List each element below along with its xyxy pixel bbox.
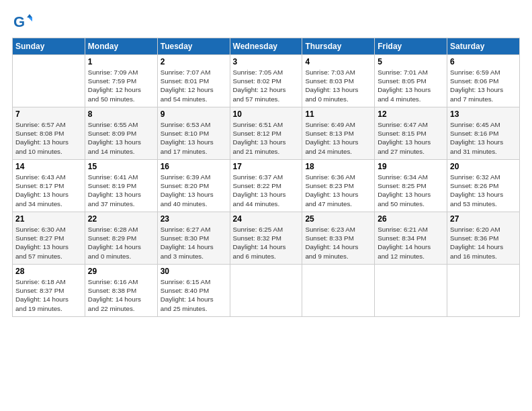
header: G [12, 12, 520, 32]
calendar-cell: 11Sunrise: 6:49 AM Sunset: 8:13 PM Dayli… [302, 107, 375, 160]
calendar-cell: 3Sunrise: 7:05 AM Sunset: 8:02 PM Daylig… [230, 55, 302, 107]
day-number: 17 [233, 162, 300, 171]
week-row-3: 14Sunrise: 6:43 AM Sunset: 8:17 PM Dayli… [13, 160, 520, 212]
header-row: SundayMondayTuesdayWednesdayThursdayFrid… [13, 38, 520, 55]
day-info: Sunrise: 6:23 AM Sunset: 8:33 PM Dayligh… [305, 225, 371, 261]
calendar-cell: 12Sunrise: 6:47 AM Sunset: 8:15 PM Dayli… [375, 107, 447, 160]
day-header-wednesday: Wednesday [230, 38, 302, 55]
day-info: Sunrise: 6:36 AM Sunset: 8:23 PM Dayligh… [305, 173, 371, 208]
day-info: Sunrise: 7:01 AM Sunset: 8:05 PM Dayligh… [378, 68, 444, 103]
day-info: Sunrise: 6:32 AM Sunset: 8:26 PM Dayligh… [450, 173, 517, 208]
day-number: 9 [161, 109, 227, 119]
calendar-cell: 22Sunrise: 6:28 AM Sunset: 8:29 PM Dayli… [85, 212, 157, 265]
day-number: 2 [161, 57, 227, 66]
calendar-cell [230, 265, 302, 317]
day-number: 21 [15, 214, 82, 224]
calendar-cell: 2Sunrise: 7:07 AM Sunset: 8:01 PM Daylig… [157, 55, 230, 107]
day-info: Sunrise: 6:53 AM Sunset: 8:10 PM Dayligh… [161, 120, 227, 156]
day-number: 27 [450, 214, 517, 224]
day-header-thursday: Thursday [302, 38, 375, 55]
week-row-5: 28Sunrise: 6:18 AM Sunset: 8:37 PM Dayli… [13, 265, 520, 317]
calendar-cell: 28Sunrise: 6:18 AM Sunset: 8:37 PM Dayli… [13, 265, 85, 317]
day-info: Sunrise: 6:30 AM Sunset: 8:27 PM Dayligh… [15, 225, 82, 261]
day-info: Sunrise: 6:59 AM Sunset: 8:06 PM Dayligh… [450, 68, 517, 103]
day-number: 4 [305, 57, 371, 66]
day-info: Sunrise: 6:55 AM Sunset: 8:09 PM Dayligh… [88, 120, 154, 156]
calendar-cell: 29Sunrise: 6:16 AM Sunset: 8:38 PM Dayli… [85, 265, 157, 317]
day-number: 26 [378, 214, 444, 224]
day-info: Sunrise: 7:05 AM Sunset: 8:02 PM Dayligh… [233, 68, 300, 103]
day-number: 11 [305, 109, 371, 119]
day-number: 7 [15, 109, 82, 119]
day-number: 28 [15, 267, 82, 276]
svg-marker-2 [28, 17, 32, 21]
day-info: Sunrise: 6:39 AM Sunset: 8:20 PM Dayligh… [161, 173, 227, 208]
day-info: Sunrise: 6:41 AM Sunset: 8:19 PM Dayligh… [88, 173, 154, 208]
logo: G [12, 12, 35, 32]
day-info: Sunrise: 6:37 AM Sunset: 8:22 PM Dayligh… [233, 173, 300, 208]
day-header-tuesday: Tuesday [157, 38, 230, 55]
week-row-2: 7Sunrise: 6:57 AM Sunset: 8:08 PM Daylig… [13, 107, 520, 160]
day-info: Sunrise: 6:27 AM Sunset: 8:30 PM Dayligh… [161, 225, 227, 261]
day-info: Sunrise: 6:47 AM Sunset: 8:15 PM Dayligh… [378, 120, 444, 156]
calendar-cell: 25Sunrise: 6:23 AM Sunset: 8:33 PM Dayli… [302, 212, 375, 265]
calendar-cell: 21Sunrise: 6:30 AM Sunset: 8:27 PM Dayli… [13, 212, 85, 265]
day-info: Sunrise: 7:09 AM Sunset: 7:59 PM Dayligh… [88, 68, 154, 103]
calendar-cell: 10Sunrise: 6:51 AM Sunset: 8:12 PM Dayli… [230, 107, 302, 160]
calendar-cell: 23Sunrise: 6:27 AM Sunset: 8:30 PM Dayli… [157, 212, 230, 265]
calendar-cell: 17Sunrise: 6:37 AM Sunset: 8:22 PM Dayli… [230, 160, 302, 212]
calendar-cell [447, 265, 520, 317]
calendar-cell: 18Sunrise: 6:36 AM Sunset: 8:23 PM Dayli… [302, 160, 375, 212]
day-header-saturday: Saturday [447, 38, 520, 55]
page: G SundayMondayTuesdayWednesdayThursdayFr… [0, 0, 532, 411]
day-number: 25 [305, 214, 371, 224]
day-header-monday: Monday [85, 38, 157, 55]
day-number: 18 [305, 162, 371, 171]
day-info: Sunrise: 6:43 AM Sunset: 8:17 PM Dayligh… [15, 173, 82, 208]
day-number: 10 [233, 109, 300, 119]
calendar-cell: 8Sunrise: 6:55 AM Sunset: 8:09 PM Daylig… [85, 107, 157, 160]
calendar-cell: 20Sunrise: 6:32 AM Sunset: 8:26 PM Dayli… [447, 160, 520, 212]
calendar-cell: 14Sunrise: 6:43 AM Sunset: 8:17 PM Dayli… [13, 160, 85, 212]
day-header-sunday: Sunday [13, 38, 85, 55]
week-row-4: 21Sunrise: 6:30 AM Sunset: 8:27 PM Dayli… [13, 212, 520, 265]
day-number: 13 [450, 109, 517, 119]
day-info: Sunrise: 6:25 AM Sunset: 8:32 PM Dayligh… [233, 225, 300, 261]
day-info: Sunrise: 6:21 AM Sunset: 8:34 PM Dayligh… [378, 225, 444, 261]
day-header-friday: Friday [375, 38, 447, 55]
calendar-cell: 6Sunrise: 6:59 AM Sunset: 8:06 PM Daylig… [447, 55, 520, 107]
calendar-cell [302, 265, 375, 317]
logo-icon: G [12, 12, 32, 32]
day-info: Sunrise: 7:03 AM Sunset: 8:03 PM Dayligh… [305, 68, 371, 103]
day-number: 20 [450, 162, 517, 171]
day-info: Sunrise: 6:51 AM Sunset: 8:12 PM Dayligh… [233, 120, 300, 156]
day-info: Sunrise: 6:18 AM Sunset: 8:37 PM Dayligh… [15, 277, 82, 313]
svg-text:G: G [13, 13, 25, 30]
day-number: 1 [88, 57, 154, 66]
calendar-cell: 19Sunrise: 6:34 AM Sunset: 8:25 PM Dayli… [375, 160, 447, 212]
day-info: Sunrise: 7:07 AM Sunset: 8:01 PM Dayligh… [161, 68, 227, 103]
day-number: 5 [378, 57, 444, 66]
week-row-1: 1Sunrise: 7:09 AM Sunset: 7:59 PM Daylig… [13, 55, 520, 107]
day-number: 16 [161, 162, 227, 171]
day-number: 22 [88, 214, 154, 224]
day-number: 3 [233, 57, 300, 66]
calendar-cell: 7Sunrise: 6:57 AM Sunset: 8:08 PM Daylig… [13, 107, 85, 160]
calendar-cell [13, 55, 85, 107]
calendar-cell: 24Sunrise: 6:25 AM Sunset: 8:32 PM Dayli… [230, 212, 302, 265]
calendar-cell: 13Sunrise: 6:45 AM Sunset: 8:16 PM Dayli… [447, 107, 520, 160]
day-number: 15 [88, 162, 154, 171]
calendar-cell: 27Sunrise: 6:20 AM Sunset: 8:36 PM Dayli… [447, 212, 520, 265]
calendar-cell: 15Sunrise: 6:41 AM Sunset: 8:19 PM Dayli… [85, 160, 157, 212]
day-info: Sunrise: 6:28 AM Sunset: 8:29 PM Dayligh… [88, 225, 154, 261]
day-info: Sunrise: 6:45 AM Sunset: 8:16 PM Dayligh… [450, 120, 517, 156]
day-info: Sunrise: 6:20 AM Sunset: 8:36 PM Dayligh… [450, 225, 517, 261]
calendar-cell: 9Sunrise: 6:53 AM Sunset: 8:10 PM Daylig… [157, 107, 230, 160]
day-number: 19 [378, 162, 444, 171]
calendar-table: SundayMondayTuesdayWednesdayThursdayFrid… [12, 38, 520, 317]
day-number: 14 [15, 162, 82, 171]
calendar-cell: 30Sunrise: 6:15 AM Sunset: 8:40 PM Dayli… [157, 265, 230, 317]
day-info: Sunrise: 6:57 AM Sunset: 8:08 PM Dayligh… [15, 120, 82, 156]
day-number: 8 [88, 109, 154, 119]
day-info: Sunrise: 6:49 AM Sunset: 8:13 PM Dayligh… [305, 120, 371, 156]
